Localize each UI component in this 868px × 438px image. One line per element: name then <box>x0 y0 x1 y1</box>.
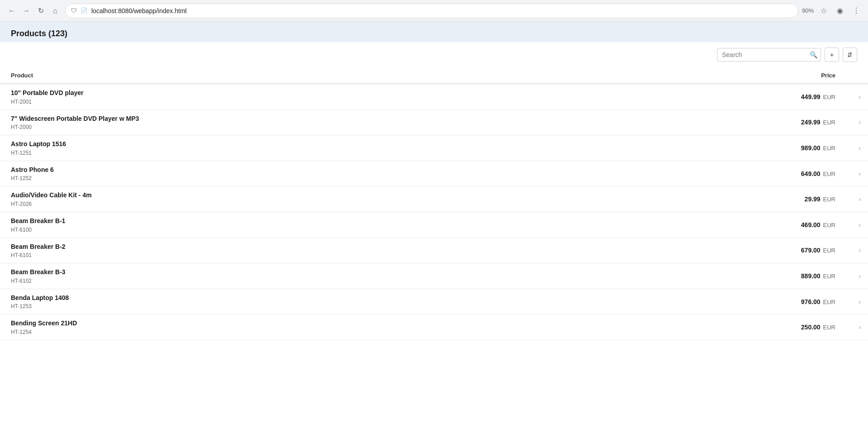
chevron-right-icon: › <box>859 144 861 152</box>
table-row[interactable]: Astro Laptop 1516 HT-1251 989.00 EUR › <box>0 135 868 161</box>
product-cell: Beam Breaker B-2 HT-6101 <box>0 238 650 263</box>
product-id: HT-6101 <box>11 252 639 258</box>
sort-icon: ⇵ <box>847 51 853 58</box>
menu-button[interactable]: ⋮ <box>850 5 863 17</box>
price-cell: 250.00 EUR <box>650 314 846 340</box>
product-column-header: Product <box>0 67 650 84</box>
price-cell: 249.99 EUR <box>650 110 846 135</box>
price-amount: 976.00 <box>801 298 821 305</box>
price-amount: 249.99 <box>801 119 821 126</box>
price-currency: EUR <box>823 94 835 100</box>
table-row[interactable]: Audio/Video Cable Kit - 4m HT-2026 29.99… <box>0 186 868 212</box>
product-name: Beam Breaker B-2 <box>11 243 639 252</box>
shield-button[interactable]: ◉ <box>834 5 846 17</box>
product-cell: Beam Breaker B-1 HT-6100 <box>0 212 650 238</box>
table-row[interactable]: 10" Portable DVD player HT-2001 449.99 E… <box>0 84 868 110</box>
price-amount: 889.00 <box>801 272 821 280</box>
product-id: HT-2026 <box>11 201 639 207</box>
nav-buttons: ← → ↻ ⌂ <box>5 5 61 17</box>
product-id: HT-1251 <box>11 150 639 156</box>
table-row[interactable]: Benda Laptop 1408 HT-1253 976.00 EUR › <box>0 289 868 314</box>
price-currency: EUR <box>823 145 835 152</box>
forward-button[interactable]: → <box>20 5 33 17</box>
header-row: Product Price <box>0 67 868 84</box>
browser-chrome: ← → ↻ ⌂ 🛡 📄 90% ☆ ◉ ⋮ <box>0 0 868 22</box>
table-row[interactable]: Bending Screen 21HD HT-1254 250.00 EUR › <box>0 314 868 340</box>
price-cell: 976.00 EUR <box>650 289 846 314</box>
row-chevron: › <box>846 314 868 340</box>
product-name: 10" Portable DVD player <box>11 89 639 98</box>
product-cell: Astro Phone 6 HT-1252 <box>0 161 650 186</box>
product-id: HT-1252 <box>11 175 639 181</box>
chevron-right-icon: › <box>859 170 861 177</box>
table-row[interactable]: Beam Breaker B-3 HT-6102 889.00 EUR › <box>0 263 868 289</box>
home-button[interactable]: ⌂ <box>49 5 61 17</box>
price-currency: EUR <box>823 196 835 203</box>
row-chevron: › <box>846 161 868 186</box>
url-input[interactable] <box>91 7 793 14</box>
back-button[interactable]: ← <box>5 5 18 17</box>
product-cell: Beam Breaker B-3 HT-6102 <box>0 263 650 289</box>
price-amount: 989.00 <box>801 144 821 152</box>
sort-button[interactable]: ⇵ <box>843 48 857 62</box>
browser-right-controls: 90% ☆ ◉ ⋮ <box>802 5 863 17</box>
chevron-column-header <box>846 67 868 84</box>
row-chevron: › <box>846 289 868 314</box>
product-id: HT-6102 <box>11 278 639 284</box>
security-icon: 🛡 <box>71 7 77 14</box>
add-button[interactable]: + <box>825 48 839 62</box>
toolbar: 🔍 + ⇵ <box>0 42 868 67</box>
price-amount: 29.99 <box>805 195 821 203</box>
table-row[interactable]: Astro Phone 6 HT-1252 649.00 EUR › <box>0 161 868 186</box>
product-id: HT-1254 <box>11 329 639 335</box>
price-currency: EUR <box>823 247 835 254</box>
price-cell: 989.00 EUR <box>650 135 846 161</box>
bookmark-button[interactable]: ☆ <box>817 5 830 17</box>
product-cell: 10" Portable DVD player HT-2001 <box>0 84 650 110</box>
product-name: Astro Phone 6 <box>11 166 639 175</box>
price-currency: EUR <box>823 299 835 305</box>
page-content: Products (123) 🔍 + ⇵ Product Price 10" P… <box>0 22 868 438</box>
price-amount: 649.00 <box>801 170 821 177</box>
product-name: Audio/Video Cable Kit - 4m <box>11 191 639 200</box>
row-chevron: › <box>846 110 868 135</box>
chevron-right-icon: › <box>859 247 861 254</box>
product-cell: Astro Laptop 1516 HT-1251 <box>0 135 650 161</box>
refresh-button[interactable]: ↻ <box>34 5 47 17</box>
row-chevron: › <box>846 263 868 289</box>
chevron-right-icon: › <box>859 221 861 229</box>
price-currency: EUR <box>823 273 835 280</box>
product-name: Beam Breaker B-3 <box>11 268 639 277</box>
row-chevron: › <box>846 212 868 238</box>
price-cell: 469.00 EUR <box>650 212 846 238</box>
product-id: HT-2000 <box>11 124 639 130</box>
table-row[interactable]: 7" Widescreen Portable DVD Player w MP3 … <box>0 110 868 135</box>
product-cell: Benda Laptop 1408 HT-1253 <box>0 289 650 314</box>
price-currency: EUR <box>823 324 835 331</box>
table-row[interactable]: Beam Breaker B-2 HT-6101 679.00 EUR › <box>0 238 868 263</box>
product-id: HT-1253 <box>11 303 639 309</box>
chevron-right-icon: › <box>859 324 861 331</box>
search-input[interactable] <box>717 48 821 62</box>
row-chevron: › <box>846 238 868 263</box>
chevron-right-icon: › <box>859 298 861 305</box>
price-currency: EUR <box>823 222 835 229</box>
search-container: 🔍 <box>717 48 821 62</box>
page-icon: 📄 <box>80 7 88 14</box>
price-amount: 449.99 <box>801 93 821 100</box>
price-amount: 679.00 <box>801 247 821 254</box>
row-chevron: › <box>846 84 868 110</box>
product-cell: 7" Widescreen Portable DVD Player w MP3 … <box>0 110 650 135</box>
chevron-right-icon: › <box>859 119 861 126</box>
product-name: Astro Laptop 1516 <box>11 140 639 149</box>
price-amount: 250.00 <box>801 324 821 331</box>
product-name: Beam Breaker B-1 <box>11 217 639 226</box>
chevron-right-icon: › <box>859 272 861 280</box>
address-bar[interactable]: 🛡 📄 <box>65 4 798 18</box>
price-currency: EUR <box>823 119 835 126</box>
row-chevron: › <box>846 135 868 161</box>
price-amount: 469.00 <box>801 221 821 229</box>
price-cell: 29.99 EUR <box>650 186 846 212</box>
table-row[interactable]: Beam Breaker B-1 HT-6100 469.00 EUR › <box>0 212 868 238</box>
price-cell: 889.00 EUR <box>650 263 846 289</box>
